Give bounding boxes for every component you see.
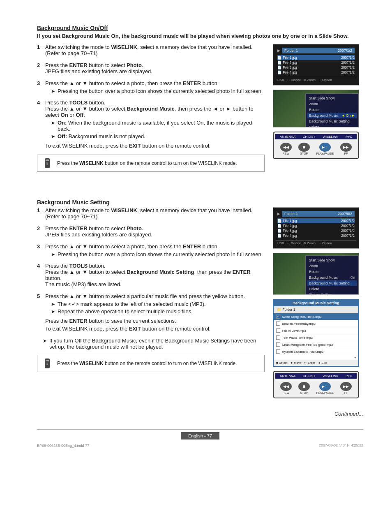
play-pause-label: PLAY/PAUSE — [316, 152, 334, 155]
rew-label: REW — [283, 152, 289, 155]
file-row: 📄 File 2.jpg2007/1/2 — [277, 223, 355, 228]
bgs-file-row: Ryuichi Sakamoto-Rain.mp3 — [274, 348, 358, 355]
menu-item: Background Music Setting — [309, 118, 355, 124]
step-content: Press the ▲ or ▼ button to select a part… — [45, 293, 265, 333]
bgs-file-row: Beatles-Yesterday.mp3 — [274, 320, 358, 327]
arrow-icon: ➤ — [51, 309, 55, 315]
menu-item: Background Music On — [309, 275, 355, 280]
menu-item: Zoom — [309, 101, 355, 107]
note-text: The <✓> mark appears to the left of the … — [58, 301, 206, 307]
step-content: After switching the mode to WISELINK, se… — [45, 207, 265, 221]
ff-label: FF — [344, 152, 348, 155]
step-1-2: 2 Press the ENTER button to select Photo… — [37, 62, 265, 76]
step-num: 3 — [37, 243, 43, 250]
rew-button[interactable]: ◀◀ — [280, 143, 292, 152]
step-text: Press the TOOLS button. Press the ▲ or ▼… — [45, 263, 265, 287]
svg-rect-5 — [46, 360, 49, 361]
note-arrow: ➤ Pressing the button over a photo icon … — [51, 88, 265, 94]
remote-top-bar: ANTENNA CH.LIST WISELINK PFC — [275, 134, 357, 139]
stop-button[interactable]: ⏹ — [298, 143, 310, 152]
file-list-1: 📄 File 1.jpg2007/1/2 📄 File 2.jpg2007/1/… — [276, 54, 356, 76]
menu-item: Start Slide Show — [309, 95, 355, 101]
menu-overlay-2: Start Slide Show Zoom Rotate Background … — [305, 255, 359, 295]
note-arrow-off: ➤ Off: Background music is not played. — [51, 133, 265, 139]
bgs-checkbox — [276, 328, 280, 333]
ff-button-2[interactable]: ▶▶ — [340, 382, 352, 391]
file-row: 📄 File 1.jpg2007/1/2 — [277, 55, 355, 60]
step-content: Press the TOOLS button. Press the ▲ or ▼… — [45, 99, 265, 150]
remote-label: ANTENNA — [280, 135, 295, 139]
footer-bottom: BP68-00628B-00Eng_4.indd 77 2007-03-02 ソ… — [37, 443, 363, 448]
footer-filename: BP68-00628B-00Eng_4.indd 77 — [37, 444, 89, 448]
menu-item-highlight-2: Background Music Setting — [307, 280, 357, 286]
page-number: English - 77 — [181, 432, 219, 439]
play-pause-label-2: PLAY/PAUSE — [316, 391, 334, 394]
ff-label-2: FF — [344, 391, 348, 394]
stop-label-2: STOP — [300, 391, 308, 394]
arrow-icon: ➤ — [43, 338, 47, 344]
remote-btn-group: ◀◀ REW — [280, 382, 292, 394]
stop-button-2[interactable]: ⏹ — [298, 382, 310, 391]
step-2-1: 1 After switching the mode to WISELINK, … — [37, 207, 265, 221]
bottom-bar: USB← Device⊕ Zoom→ Option — [276, 77, 356, 83]
step-text: Press the ENTER button to select Photo.J… — [45, 225, 265, 238]
page-footer: English - 77 — [37, 429, 363, 439]
step-content: Press the TOOLS button. Press the ▲ or ▼… — [45, 263, 265, 289]
bgs-file-row: Fall in Love.mp3 — [274, 327, 358, 334]
remote-label: WISELINK — [323, 374, 338, 378]
step-num: 4 — [37, 99, 43, 106]
remote-buttons: ◀◀ REW ⏹ STOP ▶⏸ PLAY/PAUSE ▶▶ — [275, 141, 357, 157]
folder-date: 2007/1/2 — [338, 49, 352, 53]
bgs-folder: 📁 Folder 1 — [274, 306, 358, 313]
note-text: On: When the background music is availab… — [58, 120, 265, 132]
step-text: Press the ▲ or ▼ button to select a phot… — [45, 80, 265, 86]
step-num: 4 — [37, 263, 43, 269]
step-content: After switching the mode to WISELINK, se… — [45, 44, 265, 58]
file-row: 📄 File 2.jpg2007/1/2 — [277, 60, 355, 65]
tv-screen-1: ▶ Folder 1 2007/1/2 📄 File 1.jpg2007/1/2… — [273, 44, 359, 86]
enter-save-text: Press the ENTER button to save the curre… — [45, 318, 265, 324]
note-text: Repeat the above operation to select mul… — [58, 308, 193, 315]
remote-label: ANTENNA — [280, 374, 295, 378]
step-1-1: 1 After switching the mode to WISELINK, … — [37, 44, 265, 58]
section1-content: 1 After switching the mode to WISELINK, … — [37, 44, 363, 178]
menu-item-highlight: Background Music ◄ On ► — [307, 113, 357, 118]
menu-item: Zoom — [309, 263, 355, 269]
rew-button-2[interactable]: ◀◀ — [280, 382, 292, 391]
play-pause-button[interactable]: ▶⏸ — [319, 143, 331, 152]
menu-item: Rotate — [309, 269, 355, 275]
tv-screen-2: ▶ Folder 1 2007/0/2 📄 File 1.jpg2007/1/2… — [273, 207, 359, 249]
arrow-icon: ➤ — [51, 134, 55, 139]
remote-graphic-1: ANTENNA CH.LIST WISELINK PFC ◀◀ REW ⏹ ST… — [273, 132, 359, 159]
file-list-2: 📄 File 1.jpg2007/1/2 📄 File 2.jpg2007/1/… — [276, 217, 356, 239]
step-text: Press the ▲ or ▼ button to select a part… — [45, 293, 265, 299]
bgs-screen: Background Music Setting 📁 Folder 1 ✓ Sw… — [273, 299, 359, 367]
bgs-filename: Fall in Love.mp3 — [282, 329, 306, 333]
step-2-3: 3 Press the ▲ or ▼ button to select a ph… — [37, 243, 265, 259]
remote-btn-group: ▶▶ FF — [340, 143, 352, 155]
continued-wrapper: Continued... — [37, 411, 363, 417]
remote-label: PFC — [346, 374, 352, 378]
rew-label-2: REW — [283, 391, 289, 394]
step-2-4: 4 Press the TOOLS button. Press the ▲ or… — [37, 263, 265, 289]
remote-top-bar-2: ANTENNA CH.LIST WISELINK PFC — [275, 373, 357, 379]
remote-buttons-2: ◀◀ REW ⏹ STOP ▶⏸ PLAY/PAUSE ▶▶ — [275, 380, 357, 396]
bgs-file-row-active: ✓ Swan Song feat.TBNY.mp3 — [274, 313, 358, 320]
folder-title-2: Folder 1 — [284, 212, 298, 216]
section2-title: Background Music Setting — [37, 199, 363, 206]
menu-item: Rotate — [309, 107, 355, 113]
bgs-file-row: Chuk Mangione-Feel So good.mp3 — [274, 341, 358, 348]
step-2-5: 5 Press the ▲ or ▼ button to select a pa… — [37, 293, 265, 333]
svg-rect-3 — [46, 162, 48, 163]
step-num: 5 — [37, 293, 43, 299]
remote-label: PFC — [346, 135, 352, 139]
play-pause-button-2[interactable]: ▶⏸ — [319, 382, 331, 391]
divider — [37, 191, 363, 199]
bgs-bottom: ■ Select ▼ Move ↵ Enter ◄ Exit — [274, 360, 358, 366]
ff-button[interactable]: ▶▶ — [340, 143, 352, 152]
menu-screen-1: Start Slide Show Zoom Rotate Background … — [273, 90, 359, 127]
note-text: Pressing the button over a photo icon sh… — [58, 251, 263, 257]
remote-btn-group: ▶▶ FF — [340, 382, 352, 394]
svg-point-6 — [46, 363, 48, 365]
bgs-filename: Beatles-Yesterday.mp3 — [282, 322, 316, 326]
